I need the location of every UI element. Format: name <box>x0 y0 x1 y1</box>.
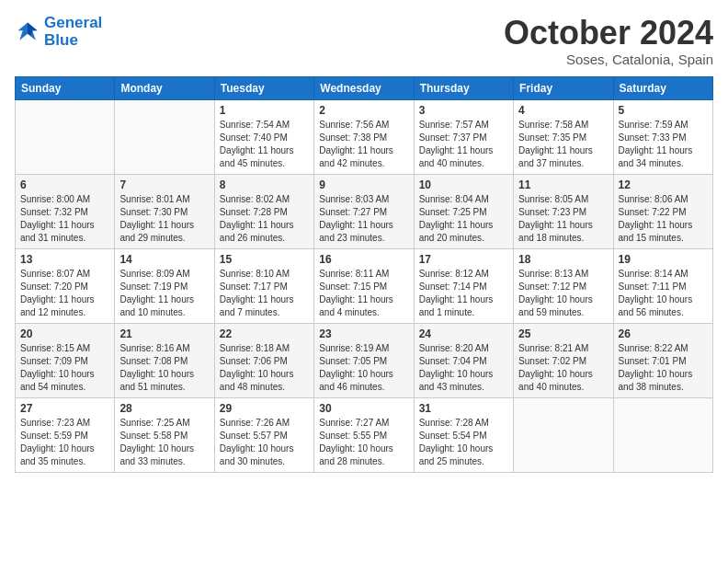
day-number: 20 <box>20 327 109 340</box>
day-info: Sunrise: 8:00 AM Sunset: 7:32 PM Dayligh… <box>20 193 109 245</box>
calendar-cell: 21Sunrise: 8:16 AM Sunset: 7:08 PM Dayli… <box>115 323 214 397</box>
logo-text: General Blue <box>44 15 102 49</box>
day-number: 26 <box>619 327 708 340</box>
weekday-header: Thursday <box>414 76 513 99</box>
day-number: 15 <box>220 253 309 266</box>
day-info: Sunrise: 8:09 AM Sunset: 7:19 PM Dayligh… <box>119 268 209 319</box>
calendar-week-row: 20Sunrise: 8:15 AM Sunset: 7:09 PM Dayli… <box>16 323 713 397</box>
day-number: 22 <box>220 327 309 340</box>
calendar-cell <box>514 397 613 472</box>
day-number: 13 <box>20 253 109 266</box>
day-number: 8 <box>220 178 309 191</box>
day-info: Sunrise: 8:13 AM Sunset: 7:12 PM Dayligh… <box>518 268 608 319</box>
calendar-cell: 6Sunrise: 8:00 AM Sunset: 7:32 PM Daylig… <box>16 174 115 248</box>
day-info: Sunrise: 7:59 AM Sunset: 7:33 PM Dayligh… <box>619 119 708 170</box>
calendar-cell: 12Sunrise: 8:06 AM Sunset: 7:22 PM Dayli… <box>613 174 712 248</box>
calendar-cell <box>16 99 115 174</box>
calendar-cell: 17Sunrise: 8:12 AM Sunset: 7:14 PM Dayli… <box>414 248 513 323</box>
calendar-cell: 19Sunrise: 8:14 AM Sunset: 7:11 PM Dayli… <box>613 248 712 323</box>
day-info: Sunrise: 7:28 AM Sunset: 5:54 PM Dayligh… <box>419 417 508 468</box>
calendar-cell: 29Sunrise: 7:26 AM Sunset: 5:57 PM Dayli… <box>214 397 313 472</box>
day-number: 7 <box>119 178 209 191</box>
day-number: 6 <box>20 178 109 191</box>
weekday-header: Friday <box>514 76 613 99</box>
calendar-cell: 2Sunrise: 7:56 AM Sunset: 7:38 PM Daylig… <box>314 99 414 174</box>
calendar-cell: 16Sunrise: 8:11 AM Sunset: 7:15 PM Dayli… <box>314 248 414 323</box>
calendar-header: SundayMondayTuesdayWednesdayThursdayFrid… <box>16 76 713 99</box>
calendar-cell: 27Sunrise: 7:23 AM Sunset: 5:59 PM Dayli… <box>16 397 115 472</box>
day-info: Sunrise: 8:19 AM Sunset: 7:05 PM Dayligh… <box>319 342 408 394</box>
day-number: 2 <box>319 104 408 117</box>
day-number: 11 <box>518 178 608 191</box>
day-number: 1 <box>220 104 309 117</box>
day-number: 23 <box>319 327 408 340</box>
calendar-cell: 10Sunrise: 8:04 AM Sunset: 7:25 PM Dayli… <box>414 174 513 248</box>
calendar-cell: 26Sunrise: 8:22 AM Sunset: 7:01 PM Dayli… <box>613 323 712 397</box>
day-info: Sunrise: 8:04 AM Sunset: 7:25 PM Dayligh… <box>419 193 508 245</box>
calendar-cell: 24Sunrise: 8:20 AM Sunset: 7:04 PM Dayli… <box>414 323 513 397</box>
day-number: 3 <box>419 104 508 117</box>
calendar-week-row: 13Sunrise: 8:07 AM Sunset: 7:20 PM Dayli… <box>16 248 713 323</box>
logo: General Blue <box>15 15 102 49</box>
weekday-header: Sunday <box>16 76 115 99</box>
calendar-cell <box>115 99 214 174</box>
day-info: Sunrise: 8:03 AM Sunset: 7:27 PM Dayligh… <box>319 193 408 245</box>
day-info: Sunrise: 7:26 AM Sunset: 5:57 PM Dayligh… <box>220 417 309 468</box>
title-block: October 2024 Soses, Catalonia, Spain <box>504 15 713 67</box>
day-number: 5 <box>619 104 708 117</box>
day-info: Sunrise: 8:01 AM Sunset: 7:30 PM Dayligh… <box>119 193 209 245</box>
weekday-header: Monday <box>115 76 214 99</box>
calendar-cell: 5Sunrise: 7:59 AM Sunset: 7:33 PM Daylig… <box>613 99 712 174</box>
calendar-week-row: 27Sunrise: 7:23 AM Sunset: 5:59 PM Dayli… <box>16 397 713 472</box>
day-info: Sunrise: 8:06 AM Sunset: 7:22 PM Dayligh… <box>619 193 708 245</box>
day-number: 10 <box>419 178 508 191</box>
calendar-cell: 11Sunrise: 8:05 AM Sunset: 7:23 PM Dayli… <box>514 174 613 248</box>
day-number: 9 <box>319 178 408 191</box>
day-number: 27 <box>20 402 109 415</box>
day-number: 25 <box>518 327 608 340</box>
day-info: Sunrise: 8:22 AM Sunset: 7:01 PM Dayligh… <box>619 342 708 394</box>
day-info: Sunrise: 7:58 AM Sunset: 7:35 PM Dayligh… <box>518 119 608 170</box>
calendar-cell: 3Sunrise: 7:57 AM Sunset: 7:37 PM Daylig… <box>414 99 513 174</box>
day-number: 24 <box>419 327 508 340</box>
calendar-cell: 9Sunrise: 8:03 AM Sunset: 7:27 PM Daylig… <box>314 174 414 248</box>
calendar-cell: 7Sunrise: 8:01 AM Sunset: 7:30 PM Daylig… <box>115 174 214 248</box>
day-info: Sunrise: 8:15 AM Sunset: 7:09 PM Dayligh… <box>20 342 109 394</box>
calendar-cell: 8Sunrise: 8:02 AM Sunset: 7:28 PM Daylig… <box>214 174 313 248</box>
calendar-cell: 15Sunrise: 8:10 AM Sunset: 7:17 PM Dayli… <box>214 248 313 323</box>
day-number: 18 <box>518 253 608 266</box>
day-info: Sunrise: 8:10 AM Sunset: 7:17 PM Dayligh… <box>220 268 309 319</box>
calendar-body: 1Sunrise: 7:54 AM Sunset: 7:40 PM Daylig… <box>16 99 713 472</box>
day-info: Sunrise: 7:54 AM Sunset: 7:40 PM Dayligh… <box>220 119 309 170</box>
calendar-cell: 4Sunrise: 7:58 AM Sunset: 7:35 PM Daylig… <box>514 99 613 174</box>
day-info: Sunrise: 8:18 AM Sunset: 7:06 PM Dayligh… <box>220 342 309 394</box>
calendar-cell: 23Sunrise: 8:19 AM Sunset: 7:05 PM Dayli… <box>314 323 414 397</box>
calendar-week-row: 6Sunrise: 8:00 AM Sunset: 7:32 PM Daylig… <box>16 174 713 248</box>
day-info: Sunrise: 8:05 AM Sunset: 7:23 PM Dayligh… <box>518 193 608 245</box>
weekday-header: Tuesday <box>214 76 313 99</box>
day-info: Sunrise: 8:20 AM Sunset: 7:04 PM Dayligh… <box>419 342 508 394</box>
day-number: 29 <box>220 402 309 415</box>
calendar-cell: 14Sunrise: 8:09 AM Sunset: 7:19 PM Dayli… <box>115 248 214 323</box>
calendar-cell <box>613 397 712 472</box>
day-info: Sunrise: 8:02 AM Sunset: 7:28 PM Dayligh… <box>220 193 309 245</box>
calendar-cell: 1Sunrise: 7:54 AM Sunset: 7:40 PM Daylig… <box>214 99 313 174</box>
day-info: Sunrise: 8:16 AM Sunset: 7:08 PM Dayligh… <box>119 342 209 394</box>
day-number: 4 <box>518 104 608 117</box>
day-info: Sunrise: 7:23 AM Sunset: 5:59 PM Dayligh… <box>20 417 109 468</box>
month-title: October 2024 <box>504 15 713 52</box>
day-info: Sunrise: 8:21 AM Sunset: 7:02 PM Dayligh… <box>518 342 608 394</box>
day-info: Sunrise: 8:14 AM Sunset: 7:11 PM Dayligh… <box>619 268 708 319</box>
calendar-table: SundayMondayTuesdayWednesdayThursdayFrid… <box>15 76 713 473</box>
calendar-cell: 20Sunrise: 8:15 AM Sunset: 7:09 PM Dayli… <box>16 323 115 397</box>
calendar-cell: 18Sunrise: 8:13 AM Sunset: 7:12 PM Dayli… <box>514 248 613 323</box>
header-row: SundayMondayTuesdayWednesdayThursdayFrid… <box>16 76 713 99</box>
calendar-cell: 30Sunrise: 7:27 AM Sunset: 5:55 PM Dayli… <box>314 397 414 472</box>
page-header: General Blue October 2024 Soses, Catalon… <box>15 15 713 67</box>
day-info: Sunrise: 7:27 AM Sunset: 5:55 PM Dayligh… <box>319 417 408 468</box>
calendar-week-row: 1Sunrise: 7:54 AM Sunset: 7:40 PM Daylig… <box>16 99 713 174</box>
day-number: 17 <box>419 253 508 266</box>
day-number: 16 <box>319 253 408 266</box>
calendar-cell: 13Sunrise: 8:07 AM Sunset: 7:20 PM Dayli… <box>16 248 115 323</box>
day-info: Sunrise: 8:07 AM Sunset: 7:20 PM Dayligh… <box>20 268 109 319</box>
